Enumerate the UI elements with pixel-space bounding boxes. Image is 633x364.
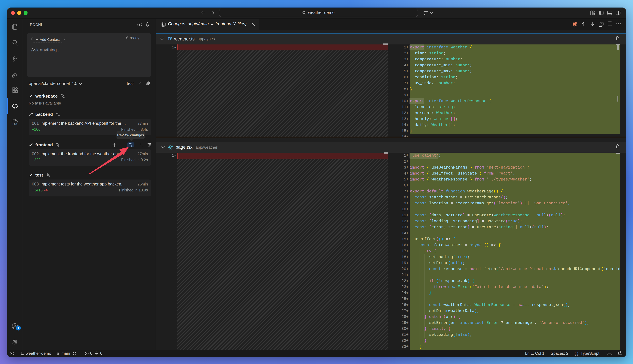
svg-text:LOG: LOG: [12, 122, 19, 126]
